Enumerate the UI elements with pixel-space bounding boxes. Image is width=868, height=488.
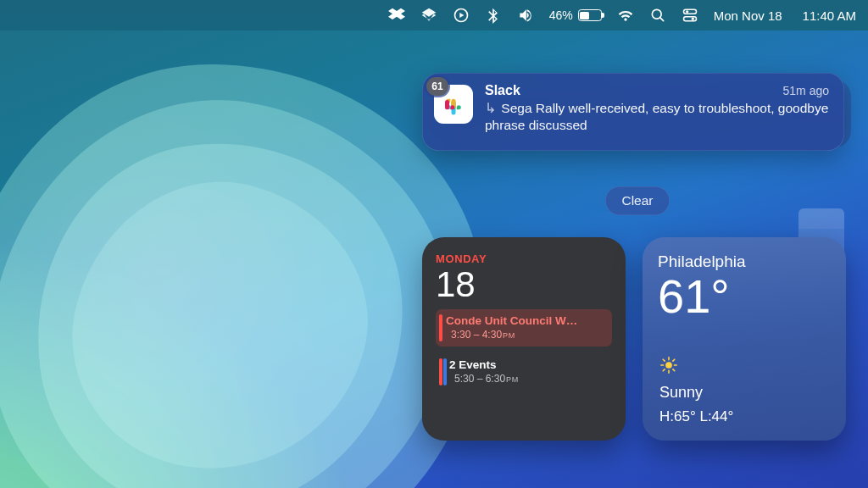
notification-app-name: Slack bbox=[485, 83, 520, 98]
spotlight-icon[interactable] bbox=[649, 7, 666, 24]
weather-condition: Sunny bbox=[659, 384, 703, 402]
svg-point-6 bbox=[665, 362, 672, 369]
calendar-event[interactable]: Conde Unit Council W… 3:30 – 4:30PM bbox=[436, 309, 612, 347]
control-center-icon[interactable] bbox=[682, 7, 698, 24]
wifi-icon[interactable] bbox=[617, 7, 634, 24]
weather-widget[interactable]: Philadelphia 61° Sunny H:65° L:44° bbox=[643, 237, 846, 441]
battery-icon bbox=[578, 9, 602, 21]
notification-stack[interactable]: 61 Slack 51m ago ↳ Sega Rally well-recei… bbox=[422, 73, 844, 151]
menubar-time[interactable]: 11:40 AM bbox=[803, 8, 856, 23]
notification-card[interactable]: 61 Slack 51m ago ↳ Sega Rally well-recei… bbox=[422, 73, 844, 151]
weather-hilo: H:65° L:44° bbox=[659, 408, 733, 425]
calendar-event[interactable]: 2 Events 5:30 – 6:30PM bbox=[436, 353, 612, 391]
event-title: Conde Unit Council W… bbox=[446, 314, 605, 327]
battery-percent: 46% bbox=[549, 8, 573, 22]
volume-icon[interactable] bbox=[517, 7, 534, 24]
notification-badge: 61 bbox=[426, 77, 448, 96]
calendar-weekday: MONDAY bbox=[436, 252, 612, 265]
notification-message: ↳ Sega Rally well-received, easy to trou… bbox=[485, 100, 829, 134]
calendar-widget[interactable]: MONDAY 18 Conde Unit Council W… 3:30 – 4… bbox=[422, 237, 626, 441]
clear-button[interactable]: Clear bbox=[605, 186, 670, 215]
svg-rect-2 bbox=[683, 9, 696, 14]
stack-icon[interactable] bbox=[420, 7, 437, 24]
menu-bar: 46% Mon Nov 18 11:40 AM bbox=[0, 0, 868, 30]
event-time: 3:30 – 4:30PM bbox=[451, 329, 605, 341]
menubar-date[interactable]: Mon Nov 18 bbox=[714, 8, 782, 23]
weather-city: Philadelphia bbox=[658, 252, 831, 271]
svg-point-5 bbox=[691, 18, 693, 20]
sun-icon bbox=[659, 356, 678, 374]
dropbox-icon[interactable] bbox=[388, 7, 405, 24]
reply-arrow-icon: ↳ bbox=[485, 101, 496, 115]
svg-point-3 bbox=[686, 10, 688, 13]
weather-temp: 61° bbox=[658, 273, 831, 320]
now-playing-icon[interactable] bbox=[453, 7, 470, 24]
notification-time: 51m ago bbox=[783, 84, 829, 97]
bluetooth-icon[interactable] bbox=[485, 7, 502, 24]
event-title: 2 Events bbox=[449, 358, 605, 371]
event-time: 5:30 – 6:30PM bbox=[454, 373, 605, 385]
slack-app-icon: 61 bbox=[434, 85, 473, 124]
calendar-day: 18 bbox=[436, 267, 612, 302]
battery-status[interactable]: 46% bbox=[549, 8, 602, 22]
svg-rect-4 bbox=[683, 17, 696, 21]
